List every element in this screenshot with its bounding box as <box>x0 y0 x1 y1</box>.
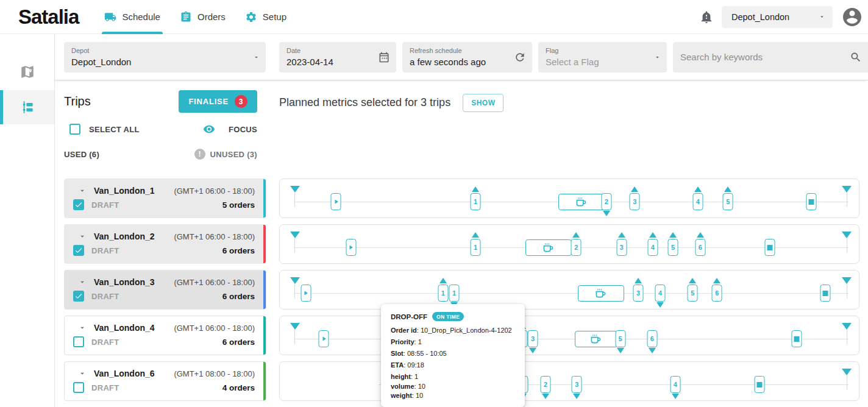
stop-marker[interactable]: 5 <box>723 193 733 210</box>
break-marker[interactable] <box>525 239 572 256</box>
stop-marker[interactable]: 6 <box>695 239 705 256</box>
stop-marker[interactable]: 4 <box>670 376 680 393</box>
chevron-down-icon <box>819 13 825 20</box>
trip-start-stop[interactable] <box>346 239 356 256</box>
flag-filter-field[interactable]: Flag Select a Flag <box>538 42 667 73</box>
stop-marker[interactable]: 4 <box>647 239 658 256</box>
stop-marker[interactable]: 6 <box>647 330 657 347</box>
break-marker[interactable] <box>575 331 617 347</box>
stop-marker[interactable]: 1 <box>438 285 448 302</box>
refresh-icon[interactable] <box>514 51 526 63</box>
search-input[interactable] <box>680 52 847 62</box>
van-checkbox[interactable] <box>73 245 84 256</box>
tab-schedule[interactable]: Schedule <box>94 0 170 34</box>
search-field[interactable] <box>673 42 868 73</box>
stop-marker[interactable]: 1 <box>449 285 459 302</box>
tab-used[interactable]: USED (6) <box>64 150 99 159</box>
shift-start-marker <box>290 277 300 299</box>
focus-button[interactable]: FOCUS <box>203 123 257 135</box>
stop-marker[interactable]: 5 <box>688 285 698 302</box>
depot-square-icon <box>756 382 762 388</box>
tab-setup[interactable]: Setup <box>235 0 296 34</box>
flag-filter-placeholder: Select a Flag <box>546 57 646 67</box>
van-name: Van_London_1 <box>94 186 155 196</box>
coffee-icon <box>541 242 556 253</box>
depot-select-value: Depot_London <box>731 12 789 22</box>
trip-start-stop[interactable] <box>331 193 341 210</box>
stop-marker[interactable]: 4 <box>655 285 666 302</box>
stop-marker[interactable]: 3 <box>572 376 582 393</box>
collapse-chevron-icon[interactable] <box>78 369 87 378</box>
finalise-button[interactable]: FINALISE 3 <box>179 90 257 113</box>
stop-marker[interactable]: 4 <box>692 193 703 210</box>
van-checkbox[interactable] <box>73 336 84 347</box>
break-marker[interactable] <box>558 194 605 210</box>
van-checkbox[interactable] <box>73 291 84 302</box>
trip-start-stop[interactable] <box>301 285 311 302</box>
shift-stem <box>847 330 847 344</box>
van-card-van_london_4[interactable]: Van_London_4(GMT+1 06:00 - 18:00)DRAFT6 … <box>64 316 266 355</box>
shift-stem <box>847 238 847 253</box>
show-metrics-button[interactable]: SHOW <box>463 94 503 112</box>
stop-marker[interactable]: 5 <box>668 239 678 256</box>
map-icon <box>20 64 35 80</box>
stop-marker[interactable]: 2 <box>571 239 582 256</box>
stop-marker[interactable]: 3 <box>616 239 627 256</box>
stop-marker[interactable]: 1 <box>471 193 481 210</box>
stop-marker[interactable]: 2 <box>541 376 551 393</box>
van-list: Van_London_1(GMT+1 06:00 - 18:00)DRAFT5 … <box>64 179 266 401</box>
van-card-van_london_1[interactable]: Van_London_1(GMT+1 06:00 - 18:00)DRAFT5 … <box>64 179 266 218</box>
search-icon[interactable] <box>850 51 862 63</box>
van-card-bottom: DRAFT6 orders <box>73 245 255 256</box>
tooltip-field: ETA: 09:18 <box>391 361 516 369</box>
sidebar-item-map[interactable] <box>0 55 54 89</box>
van-checkbox[interactable] <box>73 382 84 393</box>
van-orders-count: 4 orders <box>222 383 255 392</box>
pickup-arrow-icon <box>439 278 447 283</box>
trip-end-stop[interactable] <box>754 376 764 393</box>
trip-end-stop[interactable] <box>792 330 802 347</box>
shift-triangle-icon <box>290 232 300 238</box>
van-shift-hours: (GMT+1 06:00 - 18:00) <box>174 186 255 196</box>
shift-triangle-icon <box>290 186 300 193</box>
van-card-van_london_6[interactable]: Van_London_6(GMT+1 08:00 - 18:00)DRAFT4 … <box>64 361 266 401</box>
stop-marker[interactable]: 5 <box>615 330 625 347</box>
stop-marker[interactable]: 3 <box>630 193 640 210</box>
sidebar-item-timeline[interactable] <box>0 90 54 124</box>
collapse-chevron-icon[interactable] <box>78 186 87 195</box>
pickup-arrow-icon <box>472 232 479 238</box>
tab-unused[interactable]: UNUSED (3) <box>194 149 257 160</box>
trip-end-stop[interactable] <box>820 285 830 302</box>
shift-stem <box>294 284 295 299</box>
select-all-checkbox[interactable] <box>69 124 80 135</box>
user-avatar[interactable] <box>841 6 863 28</box>
clipboard-icon <box>180 11 192 23</box>
collapse-chevron-icon[interactable] <box>78 278 87 286</box>
collapse-chevron-icon[interactable] <box>78 324 87 332</box>
van-card-van_london_3[interactable]: Van_London_3(GMT+1 06:00 - 18:00)DRAFT6 … <box>64 270 266 310</box>
eye-icon <box>203 123 220 135</box>
trip-start-stop[interactable] <box>319 330 329 347</box>
van-name: Van_London_2 <box>94 232 155 241</box>
date-filter-field[interactable]: Date 2023-04-14 <box>279 42 396 73</box>
van-checkbox[interactable] <box>73 199 84 210</box>
tab-orders-label: Orders <box>197 12 226 22</box>
van-card-van_london_2[interactable]: Van_London_2(GMT+1 06:00 - 18:00)DRAFT6 … <box>64 224 266 264</box>
notifications-bell-icon[interactable] <box>700 10 713 24</box>
stop-marker[interactable]: 3 <box>633 285 644 302</box>
pickup-arrow-icon <box>697 232 704 238</box>
stop-marker[interactable]: 2 <box>601 193 611 210</box>
trip-end-stop[interactable] <box>806 193 817 210</box>
shift-end-marker <box>842 369 852 390</box>
stop-marker[interactable]: 3 <box>528 330 538 347</box>
depot-filter-field[interactable]: Depot Depot_London <box>64 42 266 73</box>
stop-marker[interactable]: 1 <box>471 239 481 256</box>
tab-orders[interactable]: Orders <box>170 0 235 34</box>
van-orders-count: 6 orders <box>222 338 255 347</box>
calendar-icon[interactable] <box>378 51 390 63</box>
depot-select-dropdown[interactable]: Depot_London <box>722 6 833 28</box>
break-marker[interactable] <box>578 285 624 302</box>
stop-marker[interactable]: 6 <box>712 285 722 302</box>
trip-end-stop[interactable] <box>764 239 775 256</box>
collapse-chevron-icon[interactable] <box>78 232 87 241</box>
